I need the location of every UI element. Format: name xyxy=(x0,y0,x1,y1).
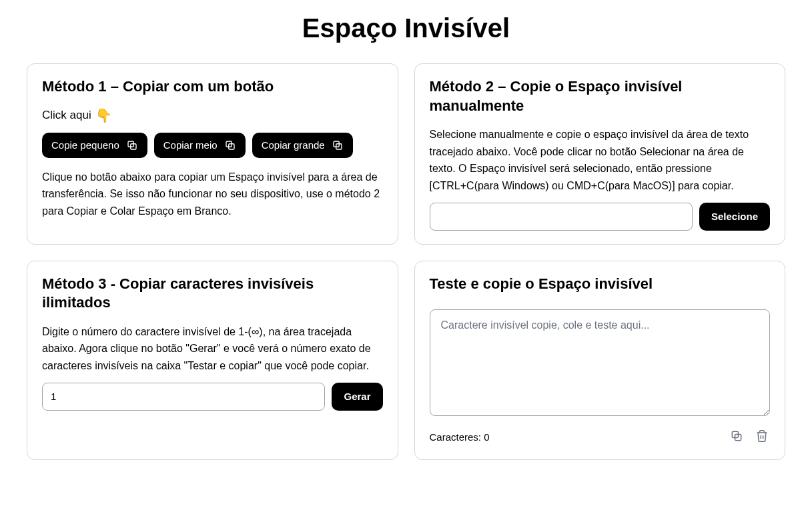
copy-icon xyxy=(224,139,236,151)
method2-title: Método 2 – Copie o Espaço invisível manu… xyxy=(430,77,771,115)
test-footer: Caracteres: 0 xyxy=(430,428,771,446)
test-textarea[interactable] xyxy=(430,309,771,416)
cards-grid: Método 1 – Copiar com um botão Click aqu… xyxy=(27,63,785,460)
card-method2: Método 2 – Copie o Espaço invisível manu… xyxy=(414,63,786,245)
trash-icon xyxy=(755,429,769,443)
delete-button[interactable] xyxy=(754,428,770,446)
select-button[interactable]: Selecione xyxy=(699,203,770,231)
test-title: Teste e copie o Espaço invisível xyxy=(430,275,771,294)
method3-title: Método 3 - Copiar caracteres invisíveis … xyxy=(42,275,383,313)
method2-description: Selecione manualmente e copie o espaço i… xyxy=(430,126,771,194)
card-test: Teste e copie o Espaço invisível Caracte… xyxy=(414,261,786,461)
method1-description: Clique no botão abaixo para copiar um Es… xyxy=(42,169,383,220)
method2-input-row: Selecione xyxy=(430,203,771,231)
method3-description: Digite o número do caractere invisível d… xyxy=(42,323,383,375)
generate-button[interactable]: Gerar xyxy=(332,383,382,411)
char-count: Caracteres: 0 xyxy=(430,431,490,443)
click-here-label: Click aqui 👇 xyxy=(42,107,383,123)
page-title: Espaço Invisível xyxy=(27,13,785,43)
copy-icon xyxy=(332,139,344,151)
method1-title: Método 1 – Copiar com um botão xyxy=(42,77,383,97)
test-action-icons xyxy=(729,428,770,446)
copy-large-button[interactable]: Copiar grande xyxy=(252,133,353,158)
invisible-space-input[interactable] xyxy=(430,203,693,231)
copy-medium-label: Copiar meio xyxy=(163,139,218,151)
copy-icon xyxy=(730,429,743,443)
pointer-down-icon: 👇 xyxy=(95,107,112,123)
copy-small-button[interactable]: Copie pequeno xyxy=(42,133,147,158)
copy-icon xyxy=(126,139,138,151)
click-here-text: Click aqui xyxy=(42,109,91,122)
card-method3: Método 3 - Copiar caracteres invisíveis … xyxy=(27,261,398,461)
copy-small-label: Copie pequeno xyxy=(51,139,119,151)
copy-large-label: Copiar grande xyxy=(262,139,325,151)
method3-input-row: Gerar xyxy=(42,383,383,411)
card-method1: Método 1 – Copiar com um botão Click aqu… xyxy=(27,63,398,245)
copy-result-button[interactable] xyxy=(729,428,745,446)
copy-medium-button[interactable]: Copiar meio xyxy=(154,133,246,158)
count-input[interactable] xyxy=(42,383,325,411)
copy-buttons-row: Copie pequeno Copiar meio Copiar grande xyxy=(42,133,383,158)
